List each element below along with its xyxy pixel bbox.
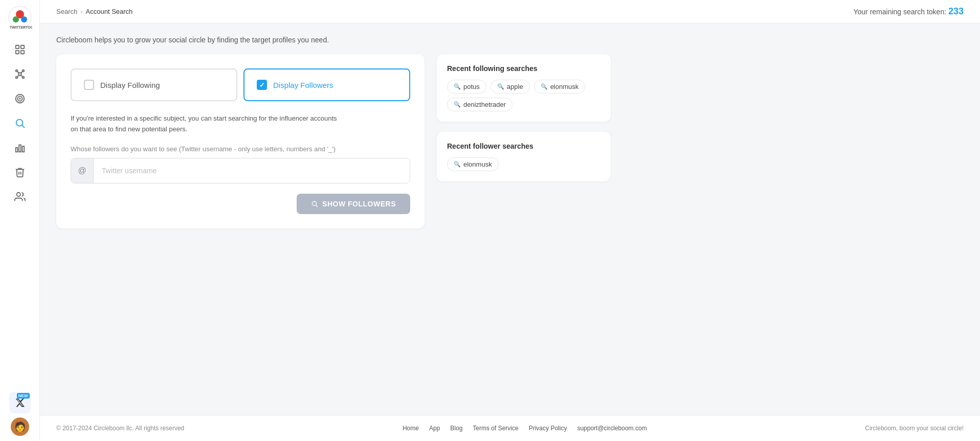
info-text-line2: on that area to find new potential peers… [71,125,187,133]
input-label: Whose followers do you want to see (Twit… [71,145,410,153]
content-grid: Display Following Display Followers If y… [56,54,964,228]
new-badge: NEW [17,393,30,399]
following-tag[interactable]: 🔍apple [491,80,530,94]
toggle-options: Display Following Display Followers [71,68,410,101]
breadcrumb-separator: › [80,8,82,15]
svg-point-11 [22,70,24,72]
sidebar-item-analytics[interactable] [9,137,31,158]
show-button-wrap: SHOW FOLLOWERS [71,194,410,214]
username-input[interactable] [94,158,410,183]
search-icon-small: 🔍 [541,83,548,90]
page-description: Circleboom helps you to grow your social… [56,36,964,44]
sidebar-item-target[interactable] [9,88,31,109]
sidebar: TWITTERTOOL [0,0,40,441]
svg-text:TWITTERTOOL: TWITTERTOOL [10,26,32,29]
show-followers-button[interactable]: SHOW FOLLOWERS [297,194,410,214]
breadcrumb-current: Account Search [86,8,133,15]
sidebar-item-delete[interactable] [9,161,31,183]
svg-rect-8 [20,51,24,54]
svg-line-16 [17,75,19,77]
svg-line-15 [20,72,22,73]
svg-line-28 [316,205,318,206]
search-icon-small: 🔍 [454,101,461,108]
svg-point-20 [19,98,20,99]
followers-checkbox[interactable] [257,80,267,90]
svg-rect-23 [15,148,17,152]
left-panel: Display Following Display Followers If y… [56,54,425,228]
breadcrumb: Search › Account Search [56,8,132,15]
svg-point-2 [13,16,19,22]
input-hint: (Twitter username - only use letters, nu… [179,145,336,153]
sidebar-item-x[interactable]: NEW [9,392,31,413]
footer: © 2017-2024 Circleboom llc. All rights r… [40,415,980,441]
input-label-text: Whose followers do you want to see [71,145,177,153]
support-link[interactable]: support@circleboom.com [577,425,647,432]
svg-line-22 [22,125,25,128]
copyright: © 2017-2024 Circleboom llc. All rights r… [56,425,184,432]
main-content: Search › Account Search Your remaining s… [40,0,980,441]
app-logo[interactable]: TWITTERTOOL [8,5,32,30]
footer-tagline: Circleboom, boom your social circle! [865,425,964,432]
token-count: 233 [948,6,964,16]
following-tag[interactable]: 🔍potus [447,80,486,94]
blog-link[interactable]: Blog [450,425,462,432]
username-input-wrap: @ [71,158,410,183]
follower-tag[interactable]: 🔍elonmusk [447,157,499,171]
at-prefix: @ [71,158,94,183]
svg-rect-5 [15,45,18,49]
at-symbol: @ [78,166,86,175]
svg-point-27 [312,201,316,205]
token-info: Your remaining search token: 233 [853,6,964,17]
sidebar-item-search[interactable] [9,112,31,134]
following-label: Display Following [100,81,160,89]
follower-searches-section: Recent follower searches 🔍elonmusk [437,132,611,181]
option-following[interactable]: Display Following [71,68,237,101]
following-tags: 🔍potus🔍apple🔍elonmusk🔍denizthetrader [447,80,600,111]
svg-point-10 [15,70,17,72]
follower-searches-title: Recent follower searches [447,142,600,150]
following-tag[interactable]: 🔍denizthetrader [447,98,513,111]
page-body: Circleboom helps you to grow your social… [40,24,980,394]
svg-rect-7 [15,51,18,54]
tos-link[interactable]: Terms of Service [473,425,518,432]
token-label: Your remaining search token: [853,8,946,16]
svg-point-12 [15,77,17,79]
following-checkbox[interactable] [84,80,94,90]
sidebar-item-users[interactable] [9,186,31,207]
svg-line-17 [20,75,22,77]
svg-point-21 [16,120,23,126]
privacy-link[interactable]: Privacy Policy [529,425,567,432]
info-text: If you're interested in a specific subje… [71,113,410,135]
following-searches-section: Recent following searches 🔍potus🔍apple🔍e… [437,54,611,122]
svg-point-13 [22,77,24,79]
search-icon-small: 🔍 [497,83,504,90]
search-icon-small: 🔍 [454,83,461,90]
svg-line-14 [17,72,19,73]
breadcrumb-root: Search [56,8,77,15]
sidebar-item-dashboard[interactable] [9,39,31,60]
svg-rect-24 [19,145,21,152]
header: Search › Account Search Your remaining s… [40,0,980,24]
sidebar-item-network[interactable] [9,63,31,85]
home-link[interactable]: Home [403,425,419,432]
search-icon-small: 🔍 [454,161,461,168]
svg-rect-25 [22,146,24,152]
followers-label: Display Followers [273,81,333,89]
svg-point-26 [16,193,20,196]
follower-tags: 🔍elonmusk [447,157,600,171]
footer-links: HomeAppBlogTerms of ServicePrivacy Polic… [403,425,647,432]
following-tag[interactable]: 🔍elonmusk [534,80,586,94]
show-followers-label: SHOW FOLLOWERS [322,200,396,208]
right-panel: Recent following searches 🔍potus🔍apple🔍e… [437,54,611,181]
svg-point-3 [21,16,27,22]
search-icon [311,200,318,207]
svg-rect-6 [20,45,24,49]
following-searches-title: Recent following searches [447,64,600,73]
avatar[interactable]: 🧑 [11,417,29,436]
option-followers[interactable]: Display Followers [243,68,410,101]
info-text-line1: If you're interested in a specific subje… [71,114,337,122]
app-link[interactable]: App [429,425,440,432]
